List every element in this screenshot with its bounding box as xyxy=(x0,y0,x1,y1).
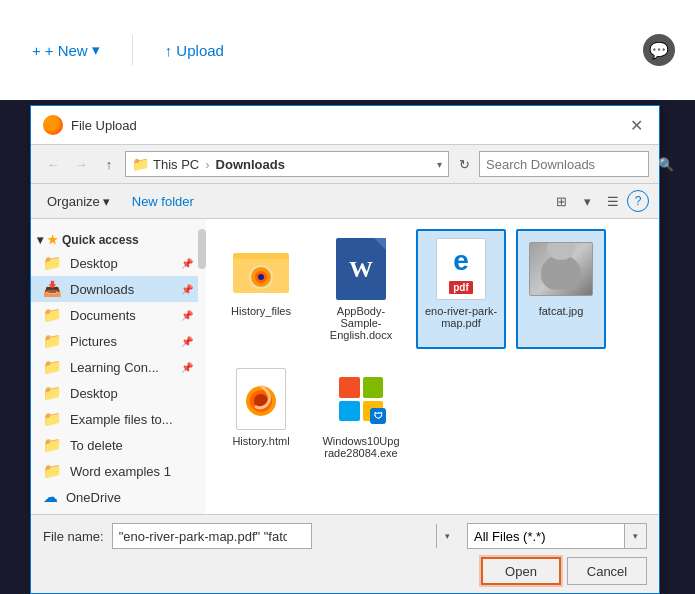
search-input[interactable] xyxy=(486,157,654,172)
word-icon-area: W xyxy=(329,237,393,301)
divider xyxy=(132,35,133,65)
windows-icon: 🛡 xyxy=(334,372,388,426)
grid-view-button[interactable]: ⊞ xyxy=(549,189,573,213)
folder-svg-icon xyxy=(233,245,289,293)
sidebar-item-desktop2[interactable]: 📁 Desktop xyxy=(31,380,205,406)
filetype-select[interactable]: All Files (*.*) Image Files PDF Files xyxy=(467,523,647,549)
file-item-history-html[interactable]: History.html xyxy=(216,359,306,467)
filename-input[interactable] xyxy=(112,523,312,549)
new-folder-button[interactable]: New folder xyxy=(126,191,200,212)
breadcrumb-downloads: Downloads xyxy=(216,157,285,172)
pin-icon: 📌 xyxy=(181,336,193,347)
cancel-button[interactable]: Cancel xyxy=(567,557,647,585)
breadcrumb-thispc: This PC xyxy=(153,157,199,172)
file-item-appbody[interactable]: W AppBody-Sample-English.docx xyxy=(316,229,406,349)
onedrive-icon: ☁ xyxy=(43,488,58,506)
sidebar-item-desktop[interactable]: 📁 Desktop 📌 xyxy=(31,250,205,276)
upload-button[interactable]: ↑ Upload xyxy=(153,34,236,67)
filename-label: File name: xyxy=(43,529,104,544)
filetype-wrapper: All Files (*.*) Image Files PDF Files ▾ xyxy=(467,523,647,549)
dialog-bottom: File name: ▾ All Files (*.*) Image Files… xyxy=(31,514,659,593)
exe-icon-area: 🛡 xyxy=(329,367,393,431)
search-box[interactable]: 🔍 xyxy=(479,151,649,177)
up-button[interactable]: ↑ xyxy=(97,152,121,176)
breadcrumb-sep: › xyxy=(205,157,209,172)
sidebar-item-pictures[interactable]: 📁 Pictures 📌 xyxy=(31,328,205,354)
sidebar-item-label: Documents xyxy=(70,308,136,323)
sidebar-item-downloads[interactable]: 📥 Downloads 📌 xyxy=(31,276,205,302)
sidebar-item-label: Example files to... xyxy=(70,412,173,427)
file-label: AppBody-Sample-English.docx xyxy=(322,305,400,341)
filetype-dropdown-button[interactable]: ▾ xyxy=(624,524,646,548)
sidebar-item-todelete[interactable]: 📁 To delete xyxy=(31,432,205,458)
sidebar-scrollbar-track[interactable] xyxy=(198,219,206,514)
folder-icon: 📁 xyxy=(43,358,62,376)
upload-label: ↑ Upload xyxy=(165,42,224,59)
firefox-icon xyxy=(43,115,63,135)
html-icon-area xyxy=(229,367,293,431)
chat-icon: 💬 xyxy=(643,34,675,66)
open-button[interactable]: Open xyxy=(481,557,561,585)
dialog-main-content: ▾ ★ Quick access 📁 Desktop 📌 📥 Downloads… xyxy=(31,219,659,514)
firefox-file-icon xyxy=(241,377,281,421)
address-folder-icon: 📁 xyxy=(132,156,149,172)
quick-access-header[interactable]: ▾ ★ Quick access xyxy=(31,227,205,250)
address-dropdown-icon[interactable]: ▾ xyxy=(437,159,442,170)
forward-button[interactable]: → xyxy=(69,152,93,176)
folder-icon: 📁 xyxy=(43,410,62,428)
action-row: Open Cancel xyxy=(43,557,647,585)
sidebar-item-wordexamples[interactable]: 📁 Word examples 1 xyxy=(31,458,205,484)
pdf-icon-area: e pdf xyxy=(429,237,493,301)
file-item-fatcat[interactable]: fatcat.jpg xyxy=(516,229,606,349)
file-label: Windows10Upgrade28084.exe xyxy=(322,435,400,459)
folder-icon: 📁 xyxy=(43,306,62,324)
file-item-windows-exe[interactable]: 🛡 Windows10Upgrade28084.exe xyxy=(316,359,406,467)
refresh-button[interactable]: ↻ xyxy=(453,153,475,175)
sidebar-container: ▾ ★ Quick access 📁 Desktop 📌 📥 Downloads… xyxy=(31,219,206,514)
pin-icon: 📌 xyxy=(181,258,193,269)
sidebar-item-label: Learning Con... xyxy=(70,360,159,375)
dropdown-view-button[interactable]: ▾ xyxy=(575,189,599,213)
chevron-down-icon: ▾ xyxy=(37,233,43,247)
filename-row: File name: ▾ All Files (*.*) Image Files… xyxy=(43,523,647,549)
file-item-eno-pdf[interactable]: e pdf eno-river-park-map.pdf xyxy=(416,229,506,349)
sidebar-item-learning[interactable]: 📁 Learning Con... 📌 xyxy=(31,354,205,380)
folder-icon: 📁 xyxy=(43,254,62,272)
organize-label: Organize xyxy=(47,194,100,209)
new-button[interactable]: + + New ▾ xyxy=(20,33,112,67)
sidebar-item-documents[interactable]: 📁 Documents 📌 xyxy=(31,302,205,328)
list-view-button[interactable]: ☰ xyxy=(601,189,625,213)
file-item-history-files[interactable]: History_files xyxy=(216,229,306,349)
sidebar-item-label: Word examples 1 xyxy=(70,464,171,479)
organize-dropdown-icon: ▾ xyxy=(103,194,110,209)
new-label: + New xyxy=(45,42,88,59)
open-button-label: Open xyxy=(505,564,537,579)
help-button[interactable]: ? xyxy=(627,190,649,212)
pin-icon: 📌 xyxy=(181,284,193,295)
filename-dropdown-button[interactable]: ▾ xyxy=(436,524,458,548)
sidebar-item-label: OneDrive xyxy=(66,490,121,505)
pin-icon: 📌 xyxy=(181,310,193,321)
back-button[interactable]: ← xyxy=(41,152,65,176)
sidebar: ▾ ★ Quick access 📁 Desktop 📌 📥 Downloads… xyxy=(31,219,206,514)
dialog-close-button[interactable]: ✕ xyxy=(625,114,647,136)
folder-icon: 📁 xyxy=(43,332,62,350)
dialog-title-area: File Upload xyxy=(43,115,137,135)
sidebar-item-label: To delete xyxy=(70,438,123,453)
folder-icon: 📁 xyxy=(43,436,62,454)
organize-button[interactable]: Organize ▾ xyxy=(41,191,116,212)
sidebar-scrollbar-thumb[interactable] xyxy=(198,229,206,269)
sidebar-item-example[interactable]: 📁 Example files to... xyxy=(31,406,205,432)
sidebar-item-onedrive[interactable]: ☁ OneDrive xyxy=(31,484,205,510)
address-bar[interactable]: 📁 This PC › Downloads ▾ xyxy=(125,151,449,177)
new-dropdown-icon: ▾ xyxy=(92,41,100,59)
quick-access-label: Quick access xyxy=(62,233,139,247)
folder-icon: 📁 xyxy=(43,462,62,480)
cancel-button-label: Cancel xyxy=(587,564,627,579)
file-label: eno-river-park-map.pdf xyxy=(422,305,500,329)
edge-e-icon: e xyxy=(453,245,469,277)
jpg-icon-area xyxy=(529,237,593,301)
pin-icon: 📌 xyxy=(181,362,193,373)
folder-icon-area xyxy=(229,237,293,301)
view-icons-group: ⊞ ▾ ☰ ? xyxy=(549,189,649,213)
